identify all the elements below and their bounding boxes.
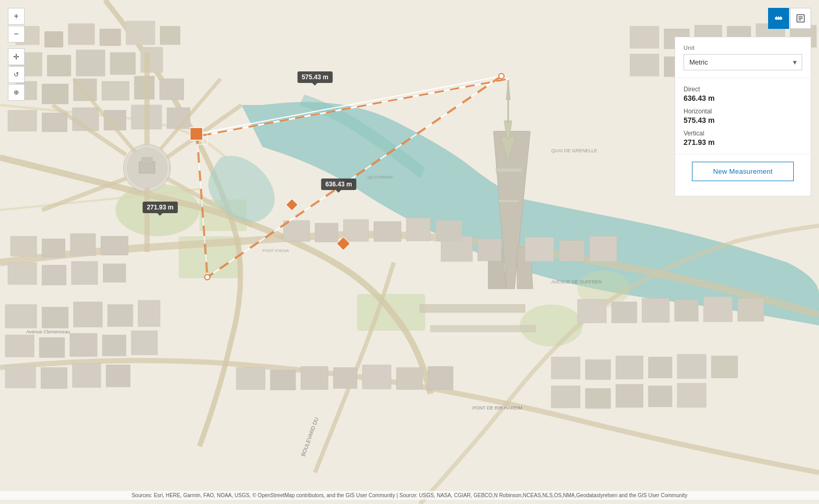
svg-rect-70 [630, 26, 659, 48]
svg-rect-119 [420, 304, 525, 312]
svg-rect-45 [70, 333, 97, 356]
svg-rect-48 [5, 365, 36, 388]
rotate-button[interactable]: ↺ [8, 66, 25, 83]
svg-rect-40 [74, 302, 102, 327]
direct-value: 636.43 m [684, 94, 802, 102]
svg-rect-35 [42, 265, 66, 285]
svg-rect-8 [45, 32, 63, 47]
zoom-out-button[interactable]: − [8, 26, 25, 43]
horizontal-label: Horizontal [684, 108, 802, 115]
svg-text:PONT DE BIR-HAKEIM: PONT DE BIR-HAKEIM [472, 405, 522, 411]
svg-rect-57 [396, 368, 423, 390]
svg-rect-50 [72, 363, 101, 387]
svg-rect-94 [590, 236, 617, 261]
svg-rect-118 [142, 158, 152, 164]
svg-rect-32 [70, 234, 96, 256]
svg-rect-98 [675, 299, 698, 321]
svg-rect-65 [551, 386, 580, 408]
svg-text:Avenue Clemenceau: Avenue Clemenceau [26, 329, 70, 334]
compass-button[interactable]: ⊕ [8, 84, 25, 101]
svg-rect-21 [102, 81, 129, 100]
svg-rect-59 [551, 357, 580, 379]
attribution-text: Sources: Esri, HERE, Garmin, FAO, NOAA, … [0, 491, 819, 500]
vertical-label: Vertical [684, 130, 802, 137]
svg-rect-46 [102, 335, 126, 356]
unit-label: Unit [684, 45, 802, 51]
direct-label: 636.43 m [321, 178, 356, 190]
svg-rect-14 [47, 55, 71, 76]
svg-rect-51 [106, 365, 130, 387]
svg-rect-49 [41, 368, 67, 388]
svg-rect-19 [42, 84, 68, 104]
svg-rect-44 [39, 338, 65, 358]
svg-rect-64 [711, 356, 738, 378]
svg-text:AVENUE DE SUFFREN: AVENUE DE SUFFREN [551, 279, 602, 285]
svg-rect-100 [738, 298, 764, 321]
svg-rect-69 [677, 383, 706, 407]
svg-rect-103 [343, 219, 369, 242]
svg-rect-68 [648, 386, 672, 407]
left-toolbar: + − ✛ ↺ ⊕ [8, 8, 25, 101]
new-measurement-button[interactable]: New Measurement [692, 162, 794, 181]
svg-rect-93 [559, 240, 584, 261]
measure-tool-button[interactable] [768, 8, 789, 29]
direct-measurement-row: Direct 636.43 m [684, 86, 802, 102]
svg-rect-31 [42, 239, 65, 257]
svg-rect-67 [616, 384, 643, 407]
svg-rect-24 [8, 110, 37, 131]
unit-select-wrapper: Metric Imperial US ▼ [684, 54, 802, 70]
zoom-in-button[interactable]: + [8, 8, 25, 25]
svg-rect-33 [101, 236, 128, 255]
unit-section: Unit Metric Imperial US ▼ [675, 37, 811, 78]
svg-rect-43 [5, 335, 34, 357]
svg-rect-89 [499, 200, 520, 203]
svg-rect-120 [430, 326, 536, 332]
svg-rect-63 [677, 354, 706, 379]
svg-rect-23 [160, 79, 184, 100]
svg-rect-15 [76, 50, 105, 76]
svg-rect-37 [103, 264, 126, 282]
svg-rect-104 [374, 222, 401, 242]
svg-rect-55 [333, 368, 357, 388]
svg-rect-99 [704, 297, 732, 322]
svg-rect-106 [436, 220, 462, 242]
svg-rect-56 [362, 365, 391, 389]
svg-rect-60 [585, 360, 611, 380]
horizontal-label: 575.43 m [298, 71, 333, 83]
svg-rect-39 [42, 307, 68, 328]
svg-rect-11 [126, 21, 155, 45]
vertical-label: 271.93 m [143, 202, 178, 213]
svg-text:QUAI DE GRENELLE: QUAI DE GRENELLE [551, 148, 597, 153]
svg-rect-97 [642, 298, 669, 322]
svg-rect-102 [315, 223, 338, 242]
svg-rect-91 [478, 239, 501, 261]
svg-rect-25 [42, 113, 67, 132]
svg-rect-52 [236, 368, 265, 390]
svg-rect-12 [160, 26, 180, 45]
svg-rect-105 [406, 218, 430, 241]
svg-rect-34 [8, 262, 37, 285]
svg-rect-30 [10, 236, 37, 256]
svg-text:PONT D'IENA: PONT D'IENA [262, 248, 289, 253]
svg-rect-47 [131, 331, 158, 355]
svg-rect-92 [525, 237, 554, 261]
measurement-panel: Unit Metric Imperial US ▼ Direct 636.43 … [675, 37, 811, 196]
svg-rect-66 [585, 388, 611, 408]
pan-button[interactable]: ✛ [8, 48, 25, 65]
vertical-measurement-row: Vertical 271.93 m [684, 130, 802, 146]
svg-rect-36 [71, 261, 98, 285]
vertical-value: 271.93 m [684, 138, 802, 146]
note-tool-button[interactable] [790, 8, 811, 29]
unit-select[interactable]: Metric Imperial US [684, 54, 802, 70]
svg-rect-88 [496, 168, 522, 172]
svg-rect-58 [428, 366, 453, 390]
svg-rect-10 [100, 29, 121, 46]
svg-rect-62 [648, 357, 672, 378]
map-container: BOULEVARD DU PONT DE BIR-HAKEIM AVENUE D… [0, 0, 819, 504]
svg-rect-38 [5, 304, 37, 328]
svg-rect-61 [616, 356, 643, 379]
svg-rect-96 [612, 302, 637, 323]
svg-rect-95 [578, 299, 606, 323]
direct-label: Direct [684, 86, 802, 93]
svg-rect-41 [108, 304, 133, 327]
